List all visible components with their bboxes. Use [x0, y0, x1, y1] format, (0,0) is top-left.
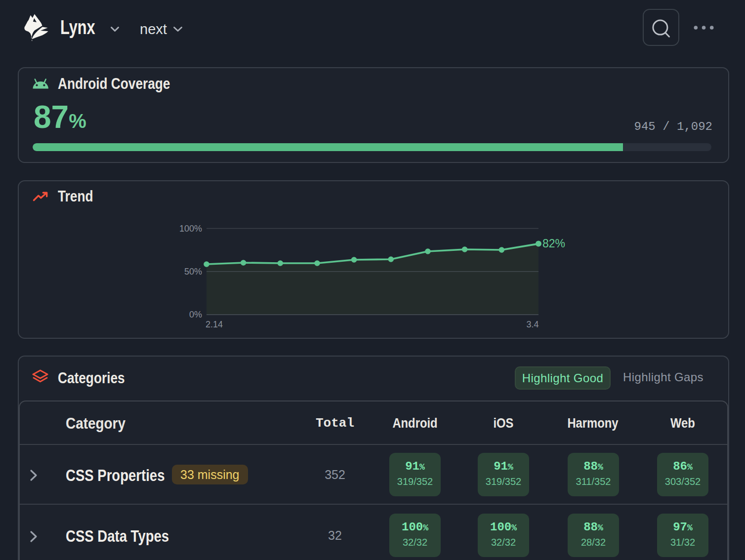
svg-text:50%: 50%	[184, 267, 202, 277]
svg-text:3.4: 3.4	[526, 320, 538, 329]
svg-text:100%: 100%	[179, 224, 202, 234]
svg-text:0%: 0%	[189, 310, 202, 320]
svg-text:82%: 82%	[542, 237, 565, 250]
svg-text:2.14: 2.14	[206, 320, 223, 329]
